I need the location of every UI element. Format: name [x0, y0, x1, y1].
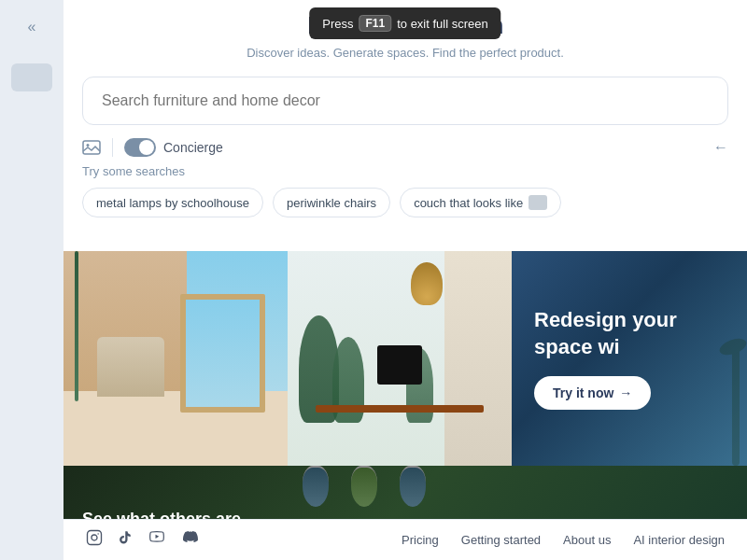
vine [75, 251, 78, 401]
office-bg [288, 251, 512, 466]
grid-image-1[interactable] [63, 251, 288, 466]
footer-link-pricing[interactable]: Pricing [402, 533, 439, 547]
suggestions-area: Try some searches metal lamps by schoolh… [63, 161, 747, 232]
footer-link-getting-started[interactable]: Getting started [461, 533, 541, 547]
chip-metal-lamps[interactable]: metal lamps by schoolhouse [82, 188, 263, 217]
hanging-lamp [411, 262, 443, 305]
lamp-3 [400, 466, 426, 507]
search-section: Discover · Design Press F11 to exit full… [63, 0, 747, 251]
lamp-1 [303, 466, 329, 507]
title-area: Discover · Design Press F11 to exit full… [63, 0, 747, 46]
youtube-icon[interactable] [148, 529, 166, 551]
suggestions-label: Try some searches [82, 164, 728, 178]
chip-couch[interactable]: couch that looks like [400, 188, 561, 217]
footer-social-icons [86, 529, 200, 551]
toggle-pill [124, 138, 156, 157]
try-it-now-button[interactable]: Try it now → [534, 376, 651, 410]
chip-periwinkle-text: periwinkle chairs [287, 196, 376, 210]
tiktok-icon[interactable] [118, 529, 133, 551]
window [180, 294, 265, 413]
svg-rect-0 [83, 141, 100, 154]
footer: Pricing Getting started About us AI inte… [63, 519, 747, 560]
image-grid: Redesign your space wi Try it now → [63, 251, 747, 466]
hanging-lamps-row [303, 466, 426, 507]
footer-link-ai-interior[interactable]: AI interior design [633, 533, 725, 547]
sidebar-collapse-button[interactable]: « [28, 19, 36, 35]
try-btn-label: Try it now [553, 385, 613, 400]
instagram-icon[interactable] [86, 529, 103, 551]
tooltip-text-after: to exit full screen [397, 17, 488, 31]
sidebar-button-1[interactable] [11, 63, 52, 91]
suggestions-chips: metal lamps by schoolhouse periwinkle ch… [82, 188, 728, 217]
try-btn-arrow: → [619, 385, 632, 400]
chip-metal-lamps-text: metal lamps by schoolhouse [96, 196, 249, 210]
main-content: Discover · Design Press F11 to exit full… [63, 0, 747, 560]
search-container[interactable] [82, 77, 728, 125]
chip-periwinkle[interactable]: periwinkle chairs [273, 188, 390, 217]
mode-row: Concierge ← [63, 138, 747, 161]
chip-couch-text: couch that looks like [414, 196, 523, 210]
image-mode-icon[interactable] [82, 140, 101, 155]
footer-links: Pricing Getting started About us AI inte… [402, 533, 725, 547]
page-subtitle: Discover ideas. Generate spaces. Find th… [63, 46, 747, 69]
chip-couch-image [529, 195, 547, 210]
svg-point-4 [97, 533, 99, 535]
tooltip-key: F11 [359, 15, 392, 32]
mode-divider [112, 138, 113, 157]
concierge-label: Concierge [163, 140, 223, 155]
toggle-circle [139, 140, 154, 155]
monitor [377, 345, 422, 384]
grid-image-2[interactable] [288, 251, 512, 466]
lamp-2 [351, 466, 377, 507]
tooltip-text-before: Press [322, 17, 353, 31]
sidebar: « [0, 0, 63, 560]
fullscreen-tooltip: Press F11 to exit full screen [309, 7, 500, 39]
shelf-wall [444, 251, 512, 466]
footer-link-about-us[interactable]: About us [563, 533, 611, 547]
chair-silhouette [97, 337, 164, 397]
svg-rect-2 [88, 531, 102, 545]
back-arrow-button[interactable]: ← [713, 139, 728, 156]
search-input[interactable] [102, 92, 709, 109]
desk [316, 405, 484, 413]
concierge-toggle[interactable]: Concierge [124, 138, 223, 157]
svg-point-3 [92, 535, 97, 540]
discord-icon[interactable] [181, 529, 200, 551]
promo-panel: Redesign your space wi Try it now → [512, 251, 747, 466]
svg-marker-5 [156, 535, 160, 539]
svg-point-1 [87, 144, 90, 147]
